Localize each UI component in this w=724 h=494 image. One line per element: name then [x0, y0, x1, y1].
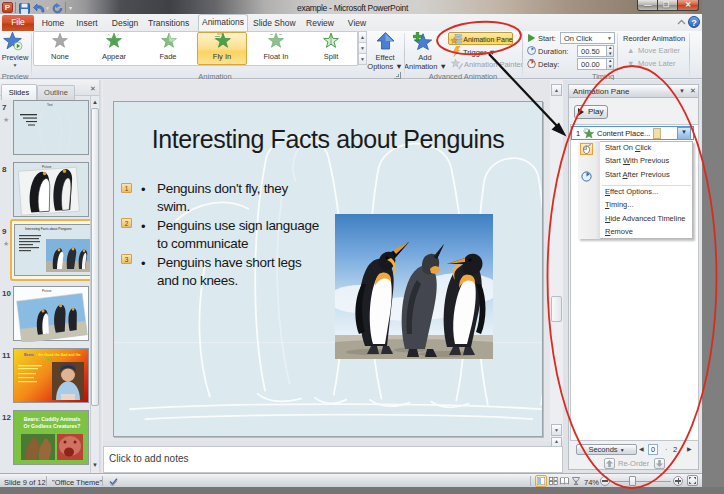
svg-text:Or Godless Creatures?: Or Godless Creatures? [24, 423, 81, 429]
svg-text:Bears: Bears [24, 353, 34, 357]
svg-text:Ugly: Ugly [44, 357, 52, 361]
svg-text:: the Good the Bad and the: : the Good the Bad and the [36, 353, 81, 357]
svg-text:Bears: Cuddly Animals: Bears: Cuddly Animals [24, 416, 81, 422]
